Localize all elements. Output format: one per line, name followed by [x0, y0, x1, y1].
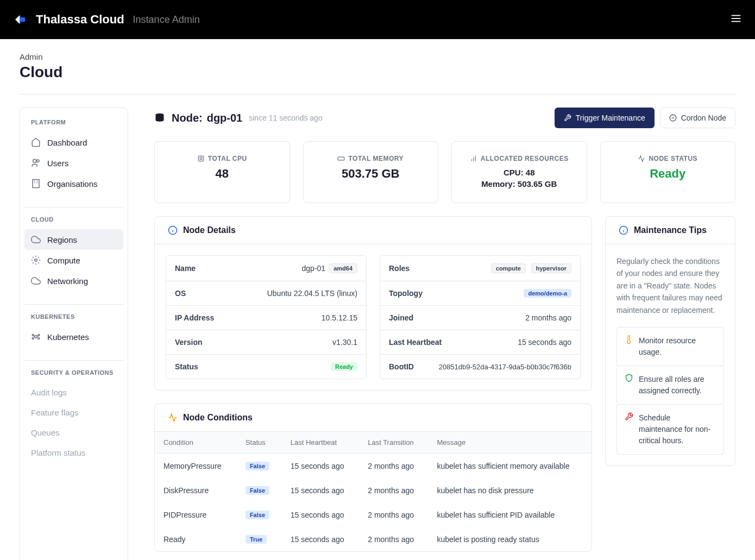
stat-node-status: NODE STATUS Ready [600, 141, 736, 203]
stat-total-cpu: TOTAL CPU 48 [154, 141, 290, 203]
tip-item: Ensure all roles are assigned correctly. [616, 366, 724, 405]
sidebar-item-label: Regions [47, 235, 77, 244]
svg-point-15 [38, 338, 40, 339]
sidebar-item-platform-status: Platform status [24, 443, 123, 463]
gear-icon [31, 255, 41, 265]
menu-icon[interactable] [730, 12, 742, 27]
detail-value: 15 seconds ago [518, 338, 571, 347]
stat-allocated: ALLOCATED RESOURCES CPU: 48Memory: 503.6… [451, 141, 587, 203]
activity-icon [168, 413, 178, 423]
detail-key: Topology [389, 289, 423, 298]
chart-icon [470, 155, 477, 162]
sidebar-section-kubernetes: KUBERNETES [24, 313, 123, 326]
sidebar-item-networking[interactable]: Networking [24, 270, 123, 291]
topology-badge: demo/demo-a [524, 289, 571, 298]
breadcrumb[interactable]: Admin [20, 52, 735, 61]
detail-key: Name [175, 264, 196, 273]
sidebar-item-dashboard[interactable]: Dashboard [24, 132, 123, 153]
users-icon [31, 158, 41, 168]
sidebar-item-compute[interactable]: Compute [24, 250, 123, 270]
table-row: ReadyTrue15 seconds ago2 months agokubel… [155, 527, 592, 551]
detail-key: BootID [389, 362, 414, 371]
thermometer-icon [625, 335, 633, 344]
svg-rect-23 [338, 157, 345, 160]
svg-line-16 [34, 336, 35, 337]
stat-value: CPU: 48Memory: 503.65 GB [463, 167, 576, 190]
cordon-node-button[interactable]: Cordon Node [660, 108, 735, 128]
shield-icon [625, 374, 633, 382]
detail-value: 20851db9-52da-4317-9da5-b0b30c7f636b [439, 363, 571, 371]
status-badge: Ready [331, 362, 357, 371]
svg-rect-21 [198, 156, 203, 161]
page-title: Cloud [20, 64, 735, 81]
detail-value: dgp-01amd64 [302, 263, 357, 273]
sidebar-item-label: Feature flags [31, 408, 79, 417]
detail-value: computehypervisor [489, 263, 571, 273]
table-header: Status [237, 432, 282, 454]
table-row: PIDPressureFalse15 seconds ago2 months a… [155, 502, 592, 527]
building-icon [31, 179, 41, 188]
home-icon [31, 137, 41, 147]
detail-value: Ready [331, 362, 357, 371]
header-subtitle: Instance Admin [133, 14, 200, 26]
svg-point-3 [33, 159, 36, 162]
status-badge: False [246, 462, 269, 470]
sidebar-item-label: Users [47, 159, 68, 168]
sidebar-item-organisations[interactable]: Organisations [24, 173, 123, 194]
sidebar-item-label: Compute [47, 256, 80, 265]
detail-value: 10.5.12.15 [322, 313, 357, 322]
svg-point-11 [35, 336, 37, 338]
svg-point-14 [32, 338, 34, 339]
conditions-table: Condition Status Last Heartbeat Last Tra… [155, 432, 592, 551]
table-header: Message [428, 432, 592, 454]
wrench-icon [625, 412, 633, 421]
svg-line-17 [37, 336, 38, 337]
tip-item: Monitor resource usage. [616, 327, 724, 366]
trigger-maintenance-button[interactable]: Trigger Maintenance [555, 108, 655, 128]
svg-rect-22 [200, 158, 202, 160]
table-row: MemoryPressureFalse15 seconds ago2 month… [155, 454, 592, 479]
activity-icon [638, 155, 645, 162]
detail-key: Last Heartbeat [389, 338, 442, 347]
sidebar-item-label: Networking [47, 276, 88, 286]
role-badge: compute [491, 263, 526, 273]
node-title: Node: dgp-01 [172, 112, 242, 124]
detail-value: demo/demo-a [524, 289, 571, 298]
svg-point-12 [32, 335, 34, 336]
status-badge: False [246, 511, 269, 519]
arch-badge: amd64 [329, 263, 357, 273]
svg-point-4 [37, 160, 40, 162]
sidebar-item-feature-flags: Feature flags [24, 402, 123, 423]
divider [24, 304, 123, 305]
svg-point-13 [38, 335, 40, 336]
app-header: Thalassa Cloud Instance Admin [0, 0, 755, 39]
sidebar-item-kubernetes[interactable]: Kubernetes [24, 326, 123, 347]
node-since: since 11 seconds ago [249, 114, 322, 122]
main-content: Node: dgp-01 since 11 seconds ago Trigge… [154, 108, 735, 560]
stat-value: 503.75 GB [314, 167, 427, 181]
divider [24, 207, 123, 207]
sidebar-item-regions[interactable]: Regions [24, 229, 123, 250]
sidebar-item-label: Kubernetes [47, 332, 89, 342]
memory-icon [337, 155, 345, 162]
sidebar: PLATFORM Dashboard Users Organisations C… [20, 108, 128, 560]
sidebar-section-cloud: CLOUD [24, 216, 123, 229]
cloud-icon [31, 276, 41, 286]
sidebar-item-label: Queues [31, 428, 60, 437]
info-icon [168, 225, 178, 235]
stat-value: 48 [166, 167, 279, 181]
brand-logo[interactable]: Thalassa Cloud [13, 11, 124, 28]
svg-rect-5 [33, 180, 39, 188]
status-badge: True [246, 535, 267, 544]
table-header: Condition [155, 432, 237, 454]
stat-total-memory: TOTAL MEMORY 503.75 GB [303, 141, 439, 203]
wrench-icon [564, 114, 571, 122]
sidebar-section-security: SECURITY & OPERATIONS [24, 369, 123, 382]
role-badge: hypervisor [531, 263, 571, 273]
table-row: DiskPressureFalse15 seconds ago2 months … [155, 478, 592, 502]
detail-key: Roles [389, 264, 410, 273]
sidebar-item-queues: Queues [24, 423, 123, 443]
detail-key: OS [175, 289, 186, 298]
sidebar-item-users[interactable]: Users [24, 153, 123, 173]
detail-key: Joined [389, 313, 413, 322]
